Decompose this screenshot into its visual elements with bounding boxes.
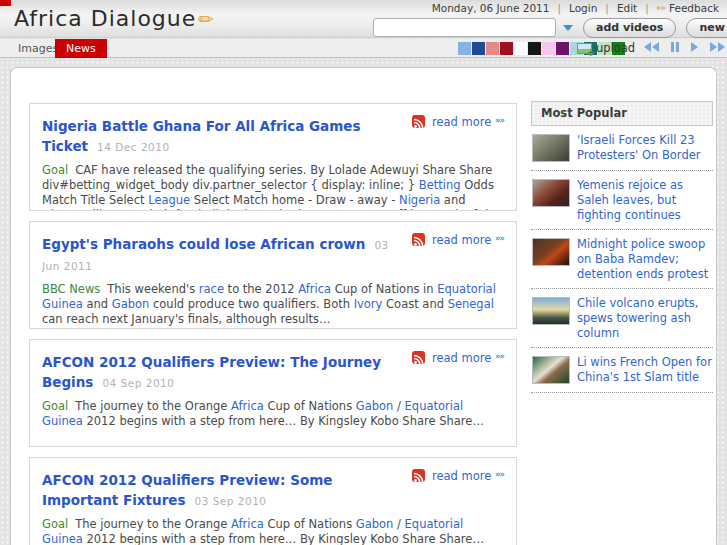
article-title-link[interactable]: Egypt's Pharaohs could lose African crow… (42, 236, 365, 252)
tab-news[interactable]: News (55, 39, 107, 58)
color-swatch[interactable] (528, 42, 541, 55)
article-snippet: The journey to the Orange Africa Cup of … (42, 517, 484, 545)
color-swatch[interactable] (500, 42, 513, 55)
body-link[interactable]: Africa (231, 517, 264, 531)
login-link[interactable]: Login (569, 2, 597, 14)
rss-icon[interactable] (412, 233, 425, 246)
readmore-group: read more »» (412, 115, 504, 129)
article-date: 14 Dec 2010 (97, 141, 170, 153)
news-thumbnail[interactable] (532, 297, 570, 325)
article-title-link[interactable]: AFCON 2012 Qualifiers Preview: The Journ… (42, 354, 381, 390)
read-more-link[interactable]: read more »» (432, 115, 504, 129)
popular-item-link[interactable]: Chile volcano erupts, spews towering ash… (577, 296, 698, 340)
upload-button[interactable]: upload (577, 41, 635, 55)
article-snippet: This weekend's race to the 2012 Africa C… (42, 282, 496, 326)
rss-icon[interactable] (412, 469, 425, 482)
body-text: / (393, 517, 404, 531)
body-text: Cup of Nations (264, 517, 356, 531)
feedback-link[interactable]: ✏Feedback (657, 2, 719, 15)
body-text: 2012 begins with a step from here… By Ki… (83, 532, 484, 545)
body-text: The journey to the Orange (75, 399, 231, 413)
article-body: GoalThe journey to the Orange Africa Cup… (42, 517, 504, 545)
body-text: can reach next January's finals, althoug… (42, 312, 330, 326)
article-body: GoalThe journey to the Orange Africa Cup… (42, 399, 504, 429)
site-title-text: Africa Dialogue (14, 6, 196, 31)
popular-item: Li wins French Open for China's 1st Slam… (531, 348, 713, 393)
body-text: The journey to the Orange (75, 517, 231, 531)
search-dropdown-icon[interactable] (563, 25, 573, 31)
page-title: Africa Dialogue✏ (14, 6, 215, 31)
upload-image-icon (577, 43, 592, 54)
body-link[interactable]: Africa (298, 282, 331, 296)
news-thumbnail[interactable] (532, 134, 570, 162)
color-swatch[interactable] (472, 42, 485, 55)
popular-item-link[interactable]: Yemenis rejoice as Saleh leaves, but fig… (577, 178, 683, 222)
pause-icon[interactable] (671, 42, 679, 52)
body-text: Cup of Nations (264, 399, 356, 413)
body-link[interactable]: Gabon (356, 399, 394, 413)
body-text: rivalry as both teams square off in (219, 208, 424, 211)
article-source[interactable]: Goal (42, 399, 68, 413)
article-source[interactable]: Goal (42, 163, 68, 177)
fast-forward-icon[interactable] (710, 42, 725, 52)
color-swatch[interactable] (486, 42, 499, 55)
rewind-icon[interactable] (644, 42, 659, 52)
toolbar-row: Images News upload (0, 39, 727, 58)
body-text: Select Match home - Draw - away - (190, 193, 399, 207)
readmore-group: read more »» (412, 469, 504, 483)
popular-item-link[interactable]: 'Israeli Forces Kill 23 Protesters' On B… (577, 133, 701, 162)
read-more-link[interactable]: read more »» (432, 233, 504, 247)
body-link[interactable]: Betting (419, 178, 461, 192)
body-link[interactable]: football (175, 208, 218, 211)
readmore-group: read more »» (412, 233, 504, 247)
article-title-link[interactable]: Nigeria Battle Ghana For All Africa Game… (42, 118, 360, 154)
body-link[interactable]: League (148, 193, 190, 207)
color-swatch[interactable] (458, 42, 471, 55)
body-link[interactable]: Senegal (448, 297, 494, 311)
play-icon[interactable] (691, 42, 698, 52)
news-thumbnail[interactable] (532, 356, 570, 384)
news-thumbnail[interactable] (532, 179, 570, 207)
news-thumbnail[interactable] (532, 238, 570, 266)
search-input[interactable] (373, 18, 556, 37)
body-link[interactable]: Ghana (42, 208, 80, 211)
body-link[interactable]: Ivory (354, 297, 383, 311)
rss-icon[interactable] (412, 115, 425, 128)
body-link[interactable]: Nigeria (399, 193, 440, 207)
color-swatch[interactable] (542, 42, 555, 55)
article-source[interactable]: BBC News (42, 282, 100, 296)
article-card: read more »» Nigeria Battle Ghana For Al… (29, 103, 517, 211)
most-popular-panel: Most Popular 'Israeli Forces Kill 23 Pro… (531, 101, 713, 393)
upload-label: upload (596, 41, 635, 55)
new-page-button[interactable]: new page (686, 18, 727, 38)
article-source[interactable]: Goal (42, 517, 68, 531)
rss-icon[interactable] (412, 351, 425, 364)
read-more-link[interactable]: read more »» (432, 351, 504, 365)
popular-item: 'Israeli Forces Kill 23 Protesters' On B… (531, 126, 713, 171)
main-container: read more »» Nigeria Battle Ghana For Al… (10, 67, 717, 545)
popular-item-link[interactable]: Midnight police swoop on Baba Ramdev; de… (577, 237, 708, 281)
article-body: GoalCAF have released the qualifying ser… (42, 163, 504, 211)
body-text: and (83, 297, 112, 311)
article-title-link[interactable]: AFCON 2012 Qualifiers Preview: Some Impo… (42, 472, 332, 508)
edit-link[interactable]: Edit (617, 2, 637, 14)
body-text: 2012 begins with a step from here… By Ki… (83, 414, 484, 428)
edit-pencil-icon[interactable]: ✏ (198, 8, 215, 30)
popular-item: Yemenis rejoice as Saleh leaves, but fig… (531, 171, 713, 230)
most-popular-header: Most Popular (531, 101, 713, 126)
color-swatch[interactable] (514, 42, 527, 55)
arrows-icon: »» (495, 115, 504, 125)
body-link[interactable]: Gabon (356, 517, 394, 531)
read-more-link[interactable]: read more »» (432, 469, 504, 483)
add-videos-button[interactable]: add videos (583, 18, 676, 38)
arrows-icon: »» (495, 351, 504, 361)
color-swatch[interactable] (556, 42, 569, 55)
body-link[interactable]: Africa (231, 399, 264, 413)
body-link[interactable]: Gabon (112, 297, 150, 311)
body-link[interactable]: race (199, 282, 224, 296)
current-date: Monday, 06 June 2011 (432, 2, 550, 14)
body-link[interactable]: search (424, 208, 462, 211)
article-card: read more »» AFCON 2012 Qualifiers Previ… (29, 339, 517, 447)
body-text: Coast and (382, 297, 447, 311)
popular-item-link[interactable]: Li wins French Open for China's 1st Slam… (577, 355, 712, 384)
